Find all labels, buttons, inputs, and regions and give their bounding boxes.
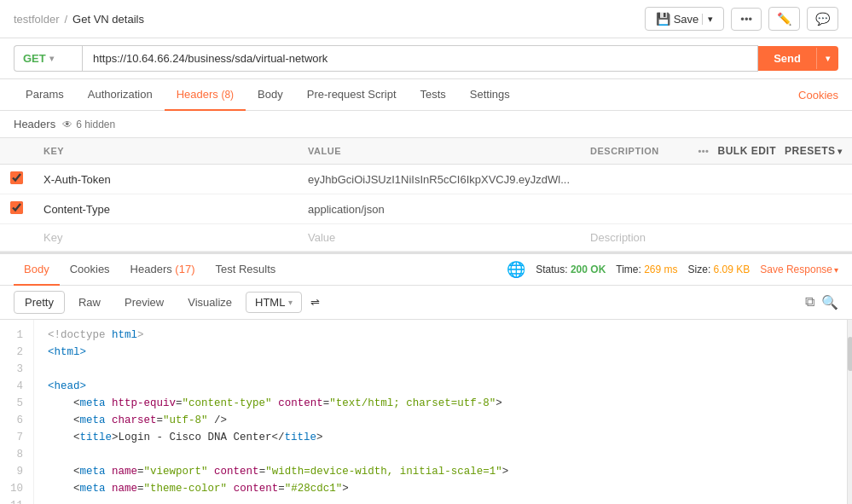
- tab-params[interactable]: Params: [14, 79, 76, 111]
- tab-body[interactable]: Body: [246, 79, 295, 111]
- url-input[interactable]: [82, 45, 758, 72]
- th-description: DESCRIPTION ••• Bulk Edit Presets ▾: [580, 138, 852, 165]
- format-icons: ⧉ 🔍: [805, 294, 838, 310]
- code-line-10: <meta name="theme-color" content="#28cdc…: [48, 483, 349, 495]
- line-num-11: 11: [7, 497, 23, 504]
- fmt-tab-preview[interactable]: Preview: [114, 292, 174, 313]
- breadcrumb: testfolder / Get VN details: [14, 13, 144, 26]
- format-select[interactable]: HTML ▾: [246, 292, 302, 313]
- th-key: KEY: [33, 138, 298, 165]
- line-numbers: 1 2 3 4 5 6 7 8 9 10 11: [0, 320, 34, 504]
- th-dots-icon[interactable]: •••: [698, 146, 709, 156]
- save-response-button[interactable]: Save Response ▾: [760, 264, 838, 275]
- more-options-button[interactable]: •••: [731, 8, 762, 31]
- table-row: X-Auth-Token eyJhbGciOiJSUzI1NiIsInR5cCI…: [0, 165, 852, 194]
- tab-headers[interactable]: Headers (8): [165, 79, 246, 111]
- line-num-4: 4: [7, 378, 23, 395]
- eye-icon: 👁: [62, 119, 72, 130]
- row1-checkbox-cell: [0, 165, 33, 194]
- th-checkbox: [0, 138, 33, 165]
- scrollbar-thumb[interactable]: [848, 337, 852, 371]
- fmt-tab-visualize[interactable]: Visualize: [177, 292, 242, 313]
- fmt-tab-pretty[interactable]: Pretty: [14, 291, 65, 314]
- key-placeholder[interactable]: Key: [43, 231, 62, 244]
- line-num-7: 7: [7, 429, 23, 446]
- resp-tab-test-results[interactable]: Test Results: [205, 254, 286, 286]
- value-placeholder[interactable]: Value: [308, 231, 335, 244]
- status-code: 200 OK: [571, 264, 606, 275]
- format-bar: Pretty Raw Preview Visualize HTML ▾ ⇌ ⧉ …: [0, 286, 852, 320]
- format-select-chevron: ▾: [288, 298, 293, 307]
- tab-settings[interactable]: Settings: [458, 79, 522, 111]
- send-dropdown-arrow[interactable]: ▾: [816, 48, 838, 69]
- size-label: Size: 6.09 KB: [688, 264, 751, 275]
- top-actions: 💾 Save ▾ ••• ✏️ 💬: [645, 7, 838, 31]
- line-num-10: 10: [7, 480, 23, 497]
- empty-checkbox-cell: [0, 224, 33, 252]
- url-bar: GET ▾ Send ▾: [0, 38, 852, 79]
- fmt-tab-raw[interactable]: Raw: [68, 292, 111, 313]
- save-dropdown-arrow[interactable]: ▾: [702, 14, 713, 25]
- code-line-7: <title>Login - Cisco DNA Center</title>: [48, 432, 323, 443]
- method-chevron: ▾: [49, 54, 54, 63]
- status-label: Status: 200 OK: [536, 264, 606, 275]
- empty-value-cell: Value: [298, 224, 580, 252]
- cookies-link[interactable]: Cookies: [798, 80, 838, 110]
- empty-desc-cell: Description: [580, 224, 852, 252]
- tab-tests[interactable]: Tests: [409, 79, 458, 111]
- breadcrumb-folder[interactable]: testfolder: [14, 13, 59, 26]
- row1-checkbox[interactable]: [10, 171, 23, 184]
- save-icon: 💾: [656, 12, 670, 26]
- tab-authorization[interactable]: Authorization: [76, 79, 165, 111]
- edit-icon-button[interactable]: ✏️: [768, 7, 800, 31]
- globe-icon: 🌐: [507, 260, 525, 279]
- resp-tab-cookies[interactable]: Cookies: [60, 254, 120, 286]
- request-tabs: Params Authorization Headers (8) Body Pr…: [0, 79, 852, 111]
- wrap-icon[interactable]: ⇌: [310, 296, 320, 309]
- format-select-label: HTML: [255, 296, 285, 309]
- resp-tab-headers[interactable]: Headers (17): [120, 254, 206, 286]
- row1-key: X-Auth-Token: [43, 173, 111, 186]
- line-num-9: 9: [7, 463, 23, 480]
- row1-value-cell: eyJhbGciOiJSUzI1NiIsInR5cCI6IkpXVCJ9.eyJ…: [298, 165, 580, 194]
- save-button[interactable]: 💾 Save ▾: [645, 7, 725, 31]
- row1-desc-cell: [580, 165, 852, 194]
- row2-checkbox-cell: [0, 194, 33, 224]
- send-label: Send: [758, 46, 816, 71]
- row2-checkbox[interactable]: [10, 201, 23, 214]
- code-line-9: <meta name="viewport" content="width=dev…: [48, 466, 508, 478]
- row2-key: Content-Type: [43, 203, 110, 216]
- copy-icon[interactable]: ⧉: [805, 294, 814, 310]
- resp-tab-body[interactable]: Body: [14, 254, 60, 286]
- send-button[interactable]: Send ▾: [758, 46, 838, 71]
- code-line-6: <meta charset="utf-8" />: [48, 414, 227, 426]
- table-row: Content-Type application/json: [0, 194, 852, 224]
- desc-placeholder[interactable]: Description: [590, 231, 646, 244]
- row2-key-cell: Content-Type: [33, 194, 298, 224]
- line-num-3: 3: [7, 361, 23, 378]
- breadcrumb-title: Get VN details: [72, 13, 144, 26]
- presets-chevron: ▾: [838, 147, 843, 156]
- scrollbar[interactable]: [847, 320, 852, 504]
- line-num-5: 5: [7, 395, 23, 412]
- row2-value-cell: application/json: [298, 194, 580, 224]
- hidden-badge: 👁 6 hidden: [62, 119, 115, 130]
- tab-prerequest[interactable]: Pre-request Script: [295, 79, 409, 111]
- line-num-6: 6: [7, 412, 23, 429]
- row2-value: application/json: [308, 203, 385, 216]
- time-value: 269 ms: [644, 264, 677, 275]
- bulk-edit-button[interactable]: Bulk Edit: [717, 145, 776, 157]
- code-line-5: <meta http-equiv="content-type" content=…: [48, 397, 502, 409]
- response-status: 🌐 Status: 200 OK Time: 269 ms Size: 6.09…: [507, 260, 838, 279]
- row1-key-cell: X-Auth-Token: [33, 165, 298, 194]
- hidden-count: 6 hidden: [76, 119, 115, 130]
- response-tabs-bar: Body Cookies Headers (17) Test Results 🌐…: [0, 252, 852, 286]
- headers-subheader: Headers 👁 6 hidden: [0, 111, 852, 138]
- table-header-row: KEY VALUE DESCRIPTION ••• Bulk Edit Pres…: [0, 138, 852, 165]
- code-line-1: <!doctype html>: [48, 329, 144, 341]
- comment-icon-button[interactable]: 💬: [807, 7, 838, 31]
- search-icon[interactable]: 🔍: [821, 294, 838, 310]
- row2-desc-cell: [580, 194, 852, 224]
- method-select[interactable]: GET ▾: [14, 45, 82, 72]
- presets-button[interactable]: Presets ▾: [785, 145, 842, 157]
